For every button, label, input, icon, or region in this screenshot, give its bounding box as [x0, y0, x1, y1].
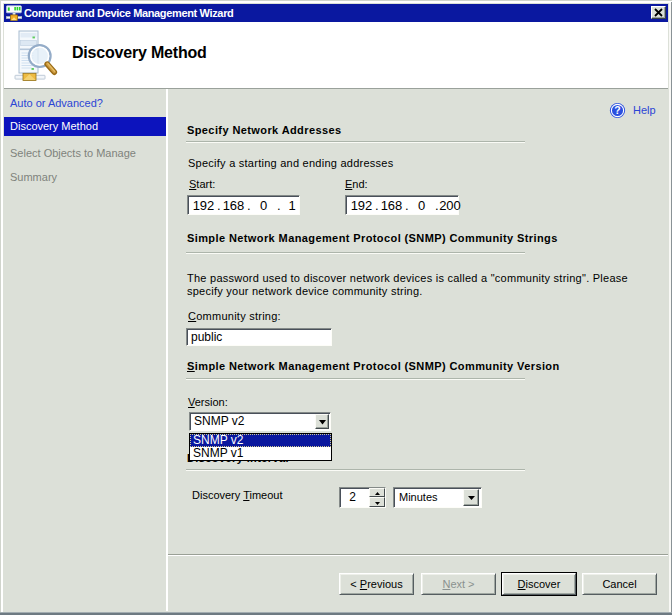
svg-text:?: ?: [614, 104, 620, 116]
